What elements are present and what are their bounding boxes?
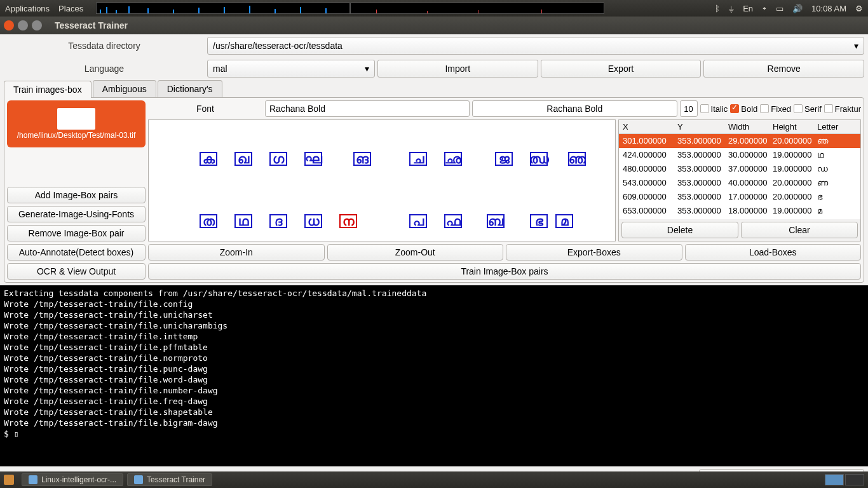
- keyboard-indicator[interactable]: En: [743, 4, 753, 13]
- language-combo[interactable]: mal ▾: [207, 60, 375, 78]
- tab-ambiguous[interactable]: Ambiguous: [93, 80, 156, 97]
- table-row[interactable]: 424.000000353.00000030.00000019.000000ഥ: [619, 148, 860, 162]
- col-height[interactable]: Height: [769, 120, 813, 133]
- glyph-box[interactable]: ഖ: [234, 152, 252, 166]
- glyph-box[interactable]: ഛ: [444, 152, 462, 166]
- wifi-icon[interactable]: ⏚: [729, 4, 734, 13]
- glyph-box[interactable]: ത: [200, 214, 217, 228]
- minimize-icon[interactable]: [18, 20, 28, 30]
- tab-dictionarys[interactable]: Dictionary's: [158, 80, 222, 97]
- export-button[interactable]: Export: [541, 60, 702, 78]
- maximize-icon[interactable]: [32, 20, 42, 30]
- glyph-box[interactable]: ക: [200, 152, 217, 166]
- workspace-2[interactable]: [845, 474, 864, 485]
- table-row[interactable]: 653.000000353.00000018.00000019.000000മ: [619, 204, 860, 218]
- workspace-1[interactable]: [825, 474, 844, 485]
- bluetooth2-icon[interactable]: ᛭: [762, 4, 767, 13]
- image-path-label: /home/linux/Desktop/Test/mal-03.tif: [17, 131, 136, 140]
- system-top-panel: Applications Places ᛒ ⏚ En ᛭ ▭ 🔊 10:08 A…: [0, 0, 868, 17]
- glyph-box[interactable]: പ: [409, 214, 427, 228]
- train-image-box-pairs-button[interactable]: Train Image-Box pairs: [148, 263, 861, 280]
- font-family-input[interactable]: [472, 100, 677, 117]
- volume-icon[interactable]: 🔊: [792, 4, 803, 13]
- places-menu[interactable]: Places: [58, 4, 83, 13]
- tessdata-label: Tessdata directory: [4, 41, 205, 51]
- glyph-box[interactable]: ജ: [495, 152, 513, 166]
- generate-image-using-fonts-button[interactable]: Generate-Image-Using-Fonts: [7, 206, 146, 222]
- glyph-box[interactable]: ധ: [304, 214, 322, 228]
- image-card[interactable]: /home/linux/Desktop/Test/mal-03.tif: [7, 100, 146, 147]
- close-icon[interactable]: [4, 20, 14, 30]
- font-name-input[interactable]: [265, 100, 470, 117]
- image-thumbnail: [57, 108, 95, 130]
- bold-checkbox[interactable]: Bold: [730, 104, 757, 114]
- window-title: Tesseract Trainer: [55, 20, 128, 30]
- tab-train-images[interactable]: Train images-box: [4, 81, 92, 98]
- delete-button[interactable]: Delete: [621, 222, 738, 238]
- font-label: Font: [148, 104, 262, 114]
- glyph-box[interactable]: ച: [409, 152, 427, 166]
- app-icon: [134, 475, 143, 484]
- glyph-box[interactable]: ഗ: [269, 152, 287, 166]
- table-row[interactable]: 609.000000353.00000017.00000020.000000ഭ: [619, 190, 860, 204]
- zoom-out-button[interactable]: Zoom-Out: [327, 244, 504, 261]
- serif-checkbox[interactable]: Serif: [794, 104, 822, 114]
- add-image-box-pairs-button[interactable]: Add Image-Box pairs: [7, 187, 146, 203]
- table-row[interactable]: 301.000000353.00000029.00000020.000000ഞ: [619, 134, 860, 148]
- tessdata-directory-combo[interactable]: /usr/share/tesseract-ocr/tessdata ▾: [207, 37, 864, 55]
- window-titlebar: Tesseract Trainer: [0, 17, 868, 34]
- col-y[interactable]: Y: [674, 120, 724, 133]
- glyph-box[interactable]: ന: [339, 214, 357, 228]
- bottom-taskbar: Linux-intelligent-ocr-... Tesseract Trai…: [0, 471, 868, 488]
- workspace-switcher[interactable]: [825, 474, 864, 485]
- net-graph: [350, 3, 604, 14]
- glyph-box[interactable]: ഥ: [234, 214, 252, 228]
- bluetooth-icon[interactable]: ᛒ: [715, 4, 720, 13]
- remove-button[interactable]: Remove: [703, 60, 864, 78]
- settings-gear-icon[interactable]: ⚙: [855, 4, 863, 13]
- remove-image-box-pair-button[interactable]: Remove Image-Box pair: [7, 225, 146, 241]
- glyph-box[interactable]: മ: [555, 214, 573, 228]
- cpu-graph: [96, 3, 350, 14]
- table-row[interactable]: 480.000000353.00000037.00000019.000000ഡ: [619, 162, 860, 176]
- image-canvas[interactable]: കഖഗഘങചഛജഝഞതഥദധനപഫബഭമ: [148, 119, 616, 241]
- col-width[interactable]: Width: [724, 120, 769, 133]
- chevron-down-icon: ▾: [365, 64, 369, 74]
- col-letter[interactable]: Letter: [813, 120, 849, 133]
- app-icon: [29, 475, 37, 484]
- terminal-output[interactable]: Extracting tessdata components from /usr…: [0, 285, 868, 466]
- chevron-down-icon: ▾: [854, 41, 858, 51]
- italic-checkbox[interactable]: Italic: [700, 104, 728, 114]
- import-button[interactable]: Import: [377, 60, 538, 78]
- table-row[interactable]: 543.000000353.00000040.00000020.000000ണ: [619, 176, 860, 190]
- battery-icon[interactable]: ▭: [776, 4, 783, 13]
- glyph-box[interactable]: ബ: [487, 214, 505, 228]
- font-size-input[interactable]: [680, 100, 698, 117]
- col-x[interactable]: X: [619, 120, 674, 133]
- clear-button[interactable]: Clear: [741, 222, 858, 238]
- glyph-box[interactable]: ദ: [269, 214, 287, 228]
- zoom-in-button[interactable]: Zoom-In: [148, 244, 325, 261]
- glyph-box[interactable]: ഝ: [530, 152, 548, 166]
- fixed-checkbox[interactable]: Fixed: [760, 104, 791, 114]
- show-desktop-button[interactable]: [4, 475, 14, 485]
- glyph-box[interactable]: ഘ: [304, 152, 322, 166]
- applications-menu[interactable]: Applications: [5, 4, 50, 13]
- glyph-box[interactable]: ഭ: [530, 214, 548, 228]
- system-tray: ᛒ ⏚ En ᛭ ▭ 🔊 10:08 AM ⚙: [715, 4, 863, 13]
- clock[interactable]: 10:08 AM: [811, 4, 846, 13]
- glyph-box[interactable]: ഞ: [568, 152, 586, 166]
- auto-annotate-button[interactable]: Auto-Annotate(Detect boxes): [7, 244, 146, 261]
- fraktur-checkbox[interactable]: Fraktur: [824, 104, 861, 114]
- taskbar-item-tesseract-trainer[interactable]: Tesseract Trainer: [127, 473, 212, 486]
- coordinates-table: X Y Width Height Letter 301.000000353.00…: [618, 119, 861, 241]
- taskbar-item-liocr[interactable]: Linux-intelligent-ocr-...: [22, 473, 123, 486]
- glyph-box[interactable]: ങ: [353, 152, 371, 166]
- export-boxes-button[interactable]: Export-Boxes: [506, 244, 682, 261]
- language-label: Language: [4, 64, 205, 74]
- glyph-box[interactable]: ഫ: [444, 214, 462, 228]
- load-boxes-button[interactable]: Load-Boxes: [685, 244, 862, 261]
- ocr-view-output-button[interactable]: OCR & View Output: [7, 263, 146, 280]
